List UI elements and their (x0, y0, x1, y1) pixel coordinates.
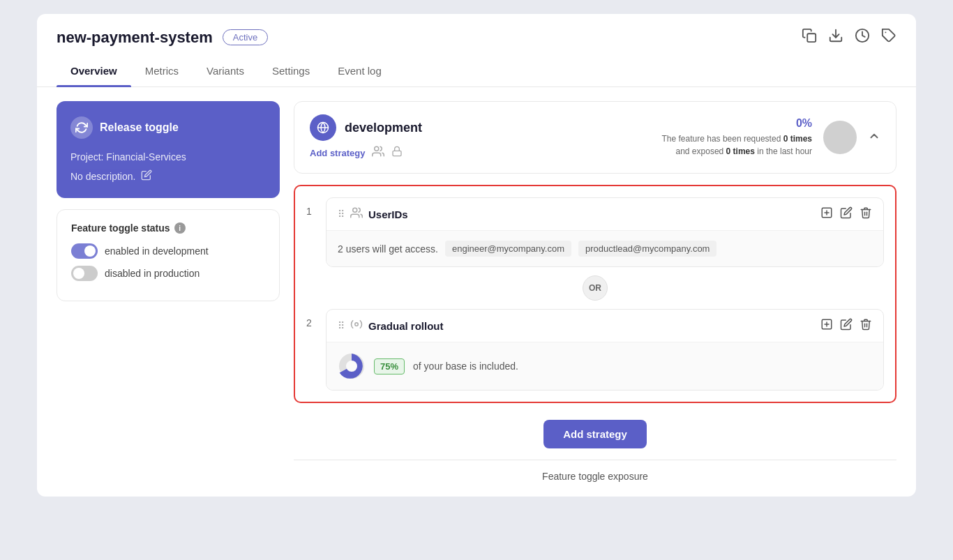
env-stats: 0% The feature has been requested 0 time… (662, 117, 812, 158)
env-left: development (310, 114, 422, 141)
toggle-row-development: enabled in development (71, 243, 265, 259)
strategy-name-2: Gradual rollout (368, 320, 444, 332)
release-project: Project: Financial-Services (70, 151, 266, 162)
status-badge: Active (223, 29, 268, 45)
tab-event-log[interactable]: Event log (324, 55, 396, 86)
env-percent: 0% (662, 117, 812, 130)
email-tag-2: productlead@mycompany.com (578, 241, 716, 257)
strategy-header-userids: ⠿ UserIDs (327, 198, 883, 230)
email-tag-1: engineer@mycompany.com (445, 241, 571, 257)
strategy-card-userids: ⠿ UserIDs (326, 197, 884, 267)
pie-chart (338, 352, 366, 380)
main-container: new-payment-system Active (37, 14, 916, 497)
env-avatar (823, 121, 857, 154)
environment-card: development Add strategy (294, 101, 896, 174)
strategy-card-rollout: ⠿ Gradual rollout (326, 309, 884, 391)
history-icon[interactable] (855, 28, 870, 47)
feature-name: new-payment-system (57, 29, 213, 47)
header-left: new-payment-system Active (57, 29, 268, 47)
release-icon (70, 116, 93, 139)
delete-icon-1[interactable] (860, 206, 872, 222)
tab-variants[interactable]: Variants (193, 55, 258, 86)
env-info: development Add strategy (310, 114, 422, 160)
svg-rect-0 (807, 33, 816, 42)
release-title: Release toggle (100, 121, 179, 134)
copy-icon[interactable] (802, 28, 817, 47)
edit-description-icon[interactable] (141, 169, 152, 183)
tab-overview[interactable]: Overview (57, 55, 131, 86)
users-strategy-icon (350, 206, 363, 222)
env-right: 0% The feature has been requested 0 time… (662, 117, 880, 158)
svg-point-6 (375, 146, 379, 151)
strategy-name-1: UserIDs (368, 209, 408, 220)
toggle-status-title: Feature toggle status i (71, 222, 265, 234)
env-header: development Add strategy (310, 114, 880, 160)
release-card-header: Release toggle (70, 116, 266, 139)
main-content: development Add strategy (294, 101, 896, 483)
exposure-label: Feature toggle exposure (542, 471, 648, 482)
strategy-actions-1 (820, 206, 872, 222)
strategy-header-left-rollout: ⠿ Gradual rollout (338, 318, 444, 333)
rollout-text: of your base is included. (413, 361, 518, 372)
env-name: development (345, 121, 422, 135)
release-description: No description. (70, 169, 266, 183)
strategy-num-2: 2 (306, 309, 317, 328)
delete-icon-2[interactable] (860, 318, 872, 333)
tab-metrics[interactable]: Metrics (131, 55, 193, 86)
or-badge: OR (583, 275, 608, 301)
toggle-status-card: Feature toggle status i enabled in devel… (57, 209, 280, 301)
env-stat-text: The feature has been requested 0 times a… (662, 133, 812, 158)
svg-point-17 (346, 361, 357, 372)
strategy-num-1: 1 (306, 197, 317, 217)
rollout-strategy-icon (350, 318, 363, 333)
header: new-payment-system Active (37, 14, 916, 47)
add-constraint-icon-1[interactable] (820, 206, 833, 222)
edit-icon-2[interactable] (840, 318, 853, 333)
add-constraint-icon-2[interactable] (820, 318, 833, 333)
strategy-header-left-userids: ⠿ UserIDs (338, 206, 408, 222)
tab-bar: Overview Metrics Variants Settings Event… (37, 55, 916, 87)
toggle-production[interactable] (71, 266, 98, 281)
add-strategy-container: Add strategy (294, 417, 896, 448)
toggle-development[interactable] (71, 243, 98, 259)
strategy-body-rollout: 75% of your base is included. (327, 342, 883, 390)
strategy-row-1: 1 ⠿ (306, 197, 884, 267)
edit-icon-1[interactable] (840, 206, 853, 222)
strategy-section: 1 ⠿ (294, 185, 896, 403)
rollout-info: 75% of your base is included. (338, 352, 872, 380)
download-icon[interactable] (828, 28, 843, 47)
env-icon (310, 114, 336, 141)
toggle-production-label: disabled in production (105, 268, 200, 279)
strategy-actions-2 (820, 318, 872, 333)
env-actions: Add strategy (310, 145, 422, 160)
info-icon: i (174, 222, 186, 234)
add-strategy-link[interactable]: Add strategy (310, 148, 365, 158)
percent-badge: 75% (374, 358, 405, 374)
lock-icon (391, 146, 403, 160)
svg-point-8 (353, 208, 357, 212)
strategy-row-2: 2 ⠿ Gradual rol (306, 309, 884, 391)
users-icon (372, 145, 384, 160)
users-info: 2 users will get access. engineer@mycomp… (338, 241, 872, 257)
or-divider: OR (306, 275, 884, 301)
toggle-row-production: disabled in production (71, 266, 265, 281)
add-strategy-button[interactable]: Add strategy (543, 420, 647, 448)
tab-settings[interactable]: Settings (258, 55, 324, 86)
sidebar-card: Release toggle Project: Financial-Servic… (57, 101, 280, 483)
tag-icon[interactable] (881, 28, 896, 47)
strategy-body-userids: 2 users will get access. engineer@mycomp… (327, 230, 883, 266)
drag-icon-1[interactable]: ⠿ (338, 209, 345, 220)
toggle-development-label: enabled in development (105, 245, 209, 257)
release-toggle-card: Release toggle Project: Financial-Servic… (57, 101, 280, 198)
drag-icon-2[interactable]: ⠿ (338, 320, 345, 331)
users-text: 2 users will get access. (338, 243, 438, 255)
chevron-up-icon[interactable] (868, 130, 880, 145)
content-area: Release toggle Project: Financial-Servic… (37, 87, 916, 497)
exposure-section: Feature toggle exposure (294, 460, 896, 483)
svg-rect-7 (393, 151, 401, 156)
header-icons (802, 28, 896, 47)
svg-point-12 (355, 323, 359, 326)
strategy-header-rollout: ⠿ Gradual rollout (327, 310, 883, 342)
